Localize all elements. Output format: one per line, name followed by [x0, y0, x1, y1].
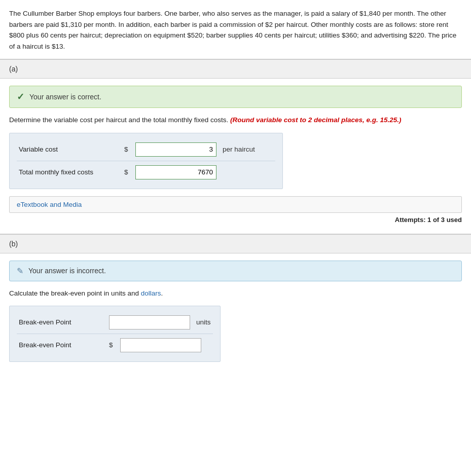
- correct-banner: ✓ Your answer is correct.: [9, 86, 462, 108]
- break-even-form: Break-even Point units Break-even Point …: [9, 306, 221, 362]
- break-even-dollars-input[interactable]: [120, 338, 201, 352]
- variable-cost-label: Variable cost: [19, 145, 120, 153]
- section-a-form: Variable cost $ per haircut Total monthl…: [9, 133, 283, 189]
- section-b: (b) ✎ Your answer is incorrect. Calculat…: [0, 234, 471, 371]
- problem-text: The Cullumber Barber Shop employs four b…: [0, 0, 471, 59]
- fixed-costs-row: Total monthly fixed costs $: [17, 161, 275, 184]
- variable-cost-input[interactable]: [135, 142, 216, 157]
- section-b-header: (b): [0, 234, 471, 253]
- section-a: (a) ✓ Your answer is correct. Determine …: [0, 59, 471, 233]
- fixed-costs-label: Total monthly fixed costs: [19, 168, 120, 176]
- variable-cost-unit: per haircut: [223, 145, 255, 153]
- attempts-label: Attempts: 1 of 3 used: [9, 213, 462, 225]
- pencil-icon: ✎: [17, 266, 23, 276]
- break-even-dollars-row: Break-even Point $: [17, 334, 213, 356]
- section-a-instruction: Determine the variable cost per haircut …: [9, 115, 462, 125]
- break-even-dollars-label: Break-even Point: [19, 341, 105, 349]
- break-even-units-label: Break-even Point: [19, 318, 105, 326]
- break-even-units-unit: units: [196, 318, 211, 326]
- variable-cost-dollar: $: [124, 145, 131, 153]
- etextbook-link[interactable]: eTextbook and Media: [9, 196, 462, 213]
- section-a-body: ✓ Your answer is correct. Determine the …: [0, 79, 471, 233]
- break-even-dollars-sign: $: [109, 341, 116, 349]
- break-even-units-row: Break-even Point units: [17, 311, 213, 334]
- incorrect-banner: ✎ Your answer is incorrect.: [9, 261, 462, 281]
- fixed-costs-input[interactable]: [135, 165, 216, 179]
- variable-cost-row: Variable cost $ per haircut: [17, 138, 275, 161]
- section-a-header: (a): [0, 59, 471, 79]
- section-b-instruction: Calculate the break-even point in units …: [9, 288, 462, 299]
- fixed-costs-dollar: $: [124, 168, 131, 176]
- section-b-body: ✎ Your answer is incorrect. Calculate th…: [0, 253, 471, 371]
- check-icon: ✓: [17, 91, 24, 102]
- break-even-units-input[interactable]: [109, 315, 190, 329]
